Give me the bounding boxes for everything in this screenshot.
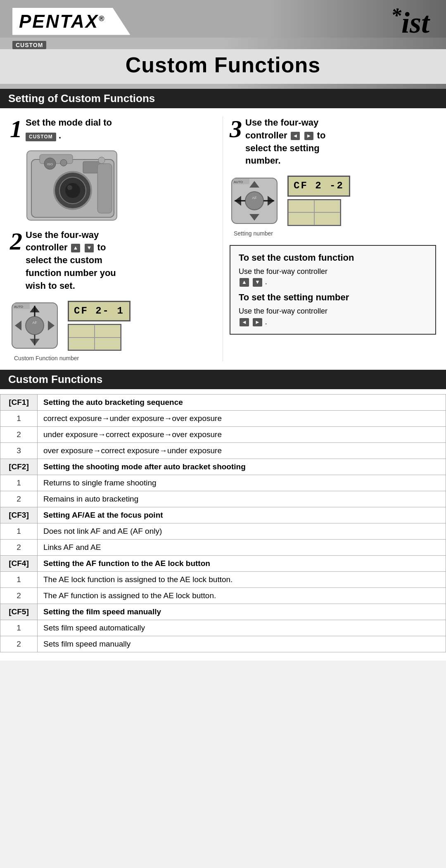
page-title: Custom Functions [0,49,446,84]
svg-point-28 [245,192,263,210]
controller-svg-step3: AF AUTO [230,176,279,226]
section2-header: Custom Functions [0,370,446,389]
infobox-arrow-down: ▼ [253,278,262,286]
infobox-text2: Use the four-way controller ◄ ► . [239,306,427,327]
cf-num: 1 [0,572,38,588]
table-row: 2 The AF function is assigned to the AE … [0,588,446,604]
cf-value: over exposure→correct exposure→under exp… [38,443,446,459]
info-box: To set the custom function Use the four-… [230,245,436,335]
cf-num: 1 [0,411,38,427]
table-row: [CF3] Setting AF/AE at the focus point [0,507,446,523]
cf-num: 1 [0,620,38,636]
step2-caption: Custom Function number [14,355,216,361]
cf-value: Remains in auto bracketing [38,491,446,507]
step3-controller-diagram: AF AUTO [230,176,279,226]
step2-lcd-wrapper: CF 2- 1 [68,301,130,351]
infobox-arrow-up: ▲ [240,278,249,286]
cf-table-body: [CF1] Setting the auto bracketing sequen… [0,395,446,652]
cf-num: 3 [0,443,38,459]
cf-description: Setting the film speed manually [38,604,446,620]
infobox-text1: Use the four-way controller ▲ ▼ . [239,266,427,287]
step2-text-l1: Use the four-way [26,230,99,240]
cf-num: 1 [0,523,38,540]
step-left-col: 1 Set the mode dial to CUSTOM . [10,117,223,361]
svg-point-5 [67,185,72,190]
svg-text:AF: AF [252,196,257,200]
cf-num: 2 [0,491,38,507]
table-row: [CF5] Setting the film speed manually [0,604,446,620]
step3-lcd: CF 2 -2 [287,176,350,197]
registered-mark: ® [99,14,105,23]
table-row: [CF4] Setting the AF function to the AE … [0,556,446,572]
svg-text:AUTO: AUTO [14,305,23,309]
svg-point-4 [65,183,80,198]
cf-num: 2 [0,588,38,604]
infobox-arrow-left: ◄ [240,318,249,326]
table-row: 1 correct exposure→under exposure→over e… [0,411,446,427]
steps-grid: 1 Set the mode dial to CUSTOM . [0,108,446,370]
table-row: 1 The AE lock function is assigned to th… [0,572,446,588]
cf-value: The AF function is assigned to the AE lo… [38,588,446,604]
table-row: 1 Does not link AF and AE (AF only) [0,523,446,540]
controller-svg-step2: AF AUTO [10,301,59,350]
infobox-title1: To set the custom function [239,252,427,263]
cf-label: [CF2] [0,459,38,475]
step3-lcd-wrapper: CF 2 -2 [287,176,350,226]
infobox-arrow-right: ► [253,318,262,326]
lcd-cell-8 [314,212,340,225]
step2-text-l5: function number you [26,268,116,278]
lcd-cell-7 [288,212,314,225]
step2-arrow-up: ▲ [71,244,81,252]
table-row: 1 Returns to single frame shooting [0,475,446,491]
cf-table: [CF1] Setting the auto bracketing sequen… [0,394,446,652]
cf-description: Setting the auto bracketing sequence [38,395,446,411]
cf-value: Links AF and AE [38,540,446,556]
cf-description: Setting AF/AE at the focus point [38,507,446,523]
step2-lcd: CF 2- 1 [68,301,130,322]
lcd-cell-5 [288,200,314,213]
lcd-cell-3 [69,338,95,350]
lcd-cell-1 [69,325,95,338]
step2-header: 2 Use the four-way controller ▲ ▼ to sel… [10,229,216,297]
step2-text: Use the four-way controller ▲ ▼ to selec… [26,229,116,293]
table-row: 3 over exposure→correct exposure→under e… [0,443,446,459]
step3-number: 3 [230,117,242,141]
step1-text: Set the mode dial to CUSTOM . [26,117,112,142]
step3-text-l4: select the setting [245,143,320,153]
cf-value: Sets film speed manually [38,636,446,652]
table-row: [CF2] Setting the shooting mode after au… [0,459,446,475]
step3-header: 3 Use the four-way controller ◄ ► to sel… [230,117,436,171]
lcd-cell-4 [95,338,121,350]
cf-num: 2 [0,427,38,443]
cf-value: Returns to single frame shooting [38,475,446,491]
step3-caption: Setting number [234,230,436,237]
cf-num: 2 [0,636,38,652]
camera-diagram: ISO [26,150,117,221]
cf-num: 1 [0,475,38,491]
step3-text-l2: controller [245,130,287,140]
step3-text: Use the four-way controller ◄ ► to selec… [245,117,325,167]
step1-badge: CUSTOM [26,133,56,141]
table-row: 2 under exposure→correct exposure→over e… [0,427,446,443]
ist-text: ist [401,6,429,39]
step1-text-line1: Set the mode dial to [26,117,112,128]
step1-header: 1 Set the mode dial to CUSTOM . [10,117,216,146]
cf-label: [CF4] [0,556,38,572]
step3-text-l3: to [317,130,326,140]
pentax-logo: PENTAX® [19,11,105,31]
cf-value: correct exposure→under exposure→over exp… [38,411,446,427]
infobox-text2-content: Use the four-way controller [239,307,327,315]
infobox-suffix1: . [265,278,267,286]
cf-value: under exposure→correct exposure→over exp… [38,427,446,443]
svg-text:ISO: ISO [47,162,53,166]
step3-text-l1: Use the four-way [245,117,318,128]
step1-number: 1 [10,117,22,141]
step3-text-l5: number. [245,155,281,166]
svg-text:AUTO: AUTO [234,180,243,184]
svg-text:AF: AF [32,321,37,325]
step1-text-after: . [59,130,61,140]
ist-logo-area: *ist [391,5,429,38]
step2-number: 2 [10,229,22,254]
section1-header: Setting of Custom Functions [0,89,446,108]
custom-badge: CUSTOM [12,41,46,49]
